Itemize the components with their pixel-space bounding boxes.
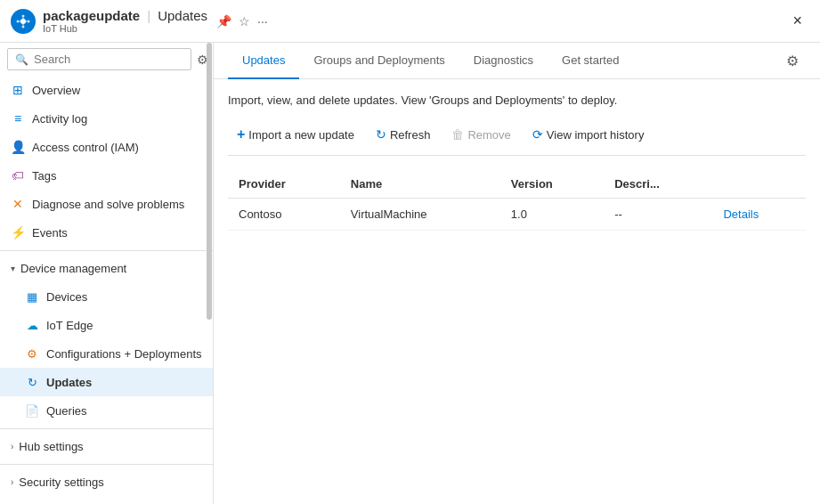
app-icon [11,9,36,34]
tab-diagnostics[interactable]: Diagnostics [459,43,548,79]
sidebar-item-devices[interactable]: ▦ Devices [0,282,213,311]
cell-version: 1.0 [500,199,604,231]
import-new-update-button[interactable]: + Import a new update [228,121,363,148]
title-divider: | [147,8,150,23]
more-icon[interactable]: ··· [257,14,268,28]
sidebar-label-access-control: Access control (IAM) [32,141,139,154]
table-row: Contoso VirtualMachine 1.0 -- Details [228,199,806,231]
tab-bar: Updates Groups and Deployments Diagnosti… [214,43,820,79]
col-name: Name [340,170,500,199]
cell-details-link[interactable]: Details [712,199,806,231]
sidebar-label-diagnose: Diagnose and solve problems [32,198,184,211]
tags-icon: 🏷 [11,168,25,183]
sidebar-item-tags[interactable]: 🏷 Tags [0,161,213,190]
page-description: Import, view, and delete updates. View '… [228,93,806,107]
sidebar-item-configurations[interactable]: ⚙ Configurations + Deployments [0,339,213,368]
svg-point-1 [22,14,25,17]
devices-icon: ▦ [25,289,39,304]
title-bar: packageupdate | Updates IoT Hub 📌 ☆ ··· … [0,0,820,43]
hub-settings-label: Hub settings [19,440,83,453]
hub-settings-chevron-right-icon: › [11,442,13,451]
sidebar-inner: ⊞ Overview ≡ Activity log 👤 Access contr… [0,76,213,504]
cell-name: VirtualMachine [340,199,500,231]
configurations-icon: ⚙ [25,346,39,361]
sidebar-label-events: Events [32,226,68,240]
star-icon[interactable]: ☆ [239,14,250,28]
diagnose-icon: ✕ [11,197,25,211]
remove-button[interactable]: 🗑 Remove [442,122,519,147]
search-icon: 🔍 [15,53,28,66]
sidebar-item-diagnose[interactable]: ✕ Diagnose and solve problems [0,190,213,218]
import-plus-icon: + [237,126,245,142]
tab-get-started[interactable]: Get started [548,43,633,79]
sidebar-item-overview[interactable]: ⊞ Overview [0,76,213,104]
iot-edge-icon: ☁ [25,318,39,332]
main-layout: 🔍 ⚙ « ⊞ Overview ≡ Activity log 👤 Access… [0,43,820,504]
cell-provider: Contoso [228,199,340,231]
close-button[interactable]: × [785,8,809,34]
title-bar-text-group: packageupdate | Updates IoT Hub [43,8,207,34]
page-content: Import, view, and delete updates. View '… [214,79,820,504]
activity-log-icon: ≡ [11,111,25,126]
refresh-icon: ↻ [376,127,386,142]
svg-point-0 [20,19,26,24]
svg-point-3 [17,20,20,22]
sidebar-item-activity-log[interactable]: ≡ Activity log [0,104,213,133]
app-name: packageupdate [43,8,140,23]
iot-hub-svg [15,13,31,29]
hub-settings-section-header[interactable]: › Hub settings [0,433,213,460]
sidebar-item-iot-edge[interactable]: ☁ IoT Edge [0,311,213,339]
sidebar-label-activity-log: Activity log [32,112,87,126]
cell-description: -- [604,199,712,231]
security-settings-section-header[interactable]: › Security settings [0,468,213,496]
page-title: Updates [158,8,207,23]
sidebar-label-overview: Overview [32,84,80,97]
sidebar-item-access-control[interactable]: 👤 Access control (IAM) [0,133,213,161]
sidebar-label-tags: Tags [32,169,56,183]
refresh-button[interactable]: ↻ Refresh [367,122,440,147]
sidebar-label-devices: Devices [46,290,87,304]
view-import-history-button[interactable]: ⟳ View import history [524,122,654,147]
sidebar-label-updates: Updates [46,376,92,389]
settings-small-icon[interactable]: ⚙ [195,51,210,69]
svg-point-4 [28,20,30,22]
search-input[interactable] [34,53,183,66]
svg-point-2 [22,25,25,28]
sidebar-item-events[interactable]: ⚡ Events [0,218,213,247]
access-control-icon: 👤 [11,140,25,154]
content-area: Updates Groups and Deployments Diagnosti… [214,43,820,504]
col-description: Descri... [604,170,712,199]
tab-groups-deployments[interactable]: Groups and Deployments [299,43,459,79]
sidebar-label-configurations: Configurations + Deployments [46,347,202,361]
search-box[interactable]: 🔍 [7,48,191,70]
device-management-section-header[interactable]: ▾ Device management [0,255,213,282]
queries-icon: 📄 [25,403,39,418]
security-settings-chevron-right-icon: › [11,477,13,487]
overview-icon: ⊞ [11,83,25,97]
section-chevron-down-icon: ▾ [11,264,15,273]
sidebar-label-queries: Queries [46,404,87,418]
sidebar-item-queries[interactable]: 📄 Queries [0,396,213,425]
tab-updates[interactable]: Updates [228,43,299,79]
remove-trash-icon: 🗑 [451,127,464,142]
pin-icon[interactable]: 📌 [216,14,231,28]
title-actions: 📌 ☆ ··· [216,14,268,28]
col-action [712,170,806,199]
device-management-label: Device management [20,262,126,275]
sidebar-label-iot-edge: IoT Edge [46,319,93,332]
col-provider: Provider [228,170,340,199]
sidebar: 🔍 ⚙ « ⊞ Overview ≡ Activity log 👤 Access… [0,43,214,504]
updates-table: Provider Name Version Descri... Contoso … [228,170,806,231]
toolbar: + Import a new update ↻ Refresh 🗑 Remove… [228,121,806,156]
updates-icon: ↻ [25,375,39,389]
history-icon: ⟳ [532,127,543,142]
col-version: Version [500,170,604,199]
gear-settings-icon[interactable]: ⚙ [779,45,806,77]
security-settings-label: Security settings [19,476,103,489]
sidebar-item-updates[interactable]: ↻ Updates [0,368,213,396]
details-link[interactable]: Details [723,207,759,221]
events-icon: ⚡ [11,225,25,240]
resource-type: IoT Hub [43,23,207,34]
